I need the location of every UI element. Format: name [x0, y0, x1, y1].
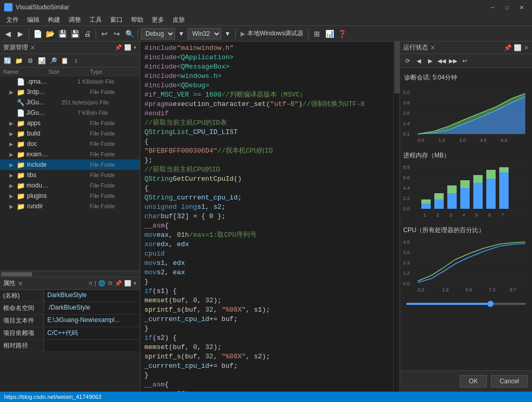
- file-tree-item[interactable]: ▶ 📁 build File Folde: [0, 128, 140, 139]
- ok-button[interactable]: OK: [460, 375, 486, 387]
- layout-button[interactable]: ⊞: [311, 28, 323, 39]
- maximize-button[interactable]: □: [501, 2, 513, 12]
- code-line: cpuid: [140, 249, 393, 259]
- run-toolbar-btn-5[interactable]: ▶▶: [448, 56, 458, 66]
- props-pin-icon[interactable]: 📌: [115, 280, 122, 287]
- nav-back-button[interactable]: ◀: [2, 28, 14, 39]
- menu-file[interactable]: 文件: [2, 15, 23, 26]
- close-button[interactable]: ✕: [515, 2, 528, 12]
- file-tree-item[interactable]: ▶ 📁 include File Folde: [0, 159, 140, 170]
- minimize-button[interactable]: ─: [486, 2, 499, 12]
- file-tree-item[interactable]: ▶ 📁 plugins File Folde: [0, 191, 140, 201]
- file-tree-item[interactable]: 📄 .qmak... 1 KB stash File: [0, 76, 140, 87]
- code-line: if (s2) {: [140, 333, 393, 343]
- pi-icon-4[interactable]: ⚙: [108, 280, 113, 287]
- pi-icon-3[interactable]: 🌐: [98, 280, 105, 287]
- file-tree-item[interactable]: ▶ 📁 doc File Folde: [0, 139, 140, 149]
- horizontal-scrollbar[interactable]: [0, 271, 140, 277]
- chart-button[interactable]: 📊: [324, 28, 335, 39]
- file-tree-item[interactable]: 📄 JiGuan... 7 KB sln File: [0, 108, 140, 118]
- code-line: memset(buf, 0, 32);: [140, 343, 393, 352]
- menu-more[interactable]: 更多: [148, 15, 168, 26]
- file-tree: Name Size Type 📄 .qmak... 1 KB stash Fil…: [0, 68, 140, 271]
- open-file-button[interactable]: 📂: [44, 28, 56, 39]
- menu-help[interactable]: 帮助: [127, 15, 148, 26]
- rm-icon-btn-7[interactable]: ↕: [71, 56, 81, 66]
- cancel-button[interactable]: Cancel: [491, 375, 528, 387]
- run-state-close-btn[interactable]: ✕: [524, 44, 529, 51]
- menu-adjust[interactable]: 调整: [64, 15, 85, 26]
- save-all-button[interactable]: 💾: [69, 28, 81, 39]
- resource-manager-pin-icon[interactable]: 📌: [115, 44, 122, 51]
- file-tree-item[interactable]: ▶ 📁 modules File Folde: [0, 180, 140, 191]
- run-state-close-icon[interactable]: ✕: [430, 44, 435, 51]
- file-tree-item[interactable]: ▶ 📁 rundir File Folde: [0, 201, 140, 211]
- props-menu-icon[interactable]: ▾: [134, 280, 137, 287]
- print-button[interactable]: 🖨: [82, 28, 93, 39]
- rm-icon-btn-2[interactable]: 📁: [14, 56, 24, 66]
- run-toolbar-btn-2[interactable]: ◀: [414, 56, 424, 66]
- properties-close-icon[interactable]: ✕: [18, 280, 23, 287]
- redo-button[interactable]: ↪: [111, 28, 123, 39]
- find-button[interactable]: 🔍: [124, 28, 135, 39]
- code-line: unsigned long s1, s2;: [140, 203, 393, 212]
- undo-button[interactable]: ↩: [99, 28, 110, 39]
- file-tree-item[interactable]: ▶ 📁 examp... File Folde: [0, 149, 140, 159]
- code-line: }: [140, 371, 393, 380]
- slider-thumb[interactable]: [487, 301, 494, 307]
- file-tree-item[interactable]: ▶ 📁 3rdparty File Folde: [0, 87, 140, 97]
- h-scroll-thumb[interactable]: [1, 272, 32, 276]
- svg-text:5.0: 5.0: [403, 90, 410, 95]
- svg-text:0.0: 0.0: [403, 281, 410, 286]
- run-toolbar-btn-6[interactable]: ↩: [459, 56, 470, 66]
- svg-text:0.2: 0.2: [418, 287, 424, 292]
- menu-bar: 文件 编辑 构建 调整 工具 窗口 帮助 更多 皮肤: [0, 15, 532, 26]
- menu-window[interactable]: 窗口: [106, 15, 127, 26]
- file-tree-item[interactable]: 🔧 JiGuan... 251 byte(s) pro File: [0, 97, 140, 108]
- new-file-button[interactable]: 📄: [32, 28, 43, 39]
- code-content[interactable]: #include "mainwindow.h"#include <QApplic…: [140, 42, 393, 392]
- debug-mode-select[interactable]: Debug: [141, 28, 175, 39]
- resource-manager-header: 资源管理 ✕ 📌 ⬜ ▾: [0, 42, 140, 54]
- svg-text:6.6: 6.6: [403, 175, 410, 180]
- props-float-icon[interactable]: ⬜: [124, 280, 131, 287]
- status-bar: https://blog.csdn.net/weixin_41749063: [0, 392, 532, 402]
- editor-scrollbar[interactable]: [393, 42, 400, 392]
- rm-icon-btn-4[interactable]: 📊: [36, 56, 47, 66]
- toolbar-separator-1: [29, 29, 29, 39]
- resource-manager-menu-icon[interactable]: ▾: [134, 44, 137, 51]
- run-state-detach-icon[interactable]: ⬜: [514, 44, 522, 51]
- code-line: memset(buf, 0, 32);: [140, 296, 393, 305]
- rm-icon-btn-3[interactable]: ⚙: [25, 56, 35, 66]
- bottom-buttons: OK Cancel: [400, 370, 532, 392]
- file-tree-item[interactable]: ▶ 📁 libs File Folde: [0, 170, 140, 180]
- slider-track[interactable]: [406, 303, 526, 305]
- resource-manager-float-icon[interactable]: ⬜: [124, 44, 131, 51]
- menu-skin[interactable]: 皮肤: [168, 15, 189, 26]
- menu-tools[interactable]: 工具: [85, 15, 106, 26]
- resource-manager-close-icon[interactable]: ✕: [30, 44, 35, 51]
- menu-build[interactable]: 构建: [44, 15, 64, 26]
- run-toolbar-btn-1[interactable]: ⟳: [402, 56, 413, 66]
- run-toolbar-btn-3[interactable]: ▶: [425, 56, 435, 66]
- menu-edit[interactable]: 编辑: [23, 15, 44, 26]
- editor-scroll-thumb[interactable]: [394, 42, 400, 93]
- right-panel: 运行状态 ✕ 📌 ⬜ ✕ ⟳ ◀ ▶ ◀◀ ▶▶ ↩ 诊断会话: 5:04分钟: [400, 42, 532, 392]
- app-icon: [4, 3, 12, 11]
- platform-select[interactable]: Win32: [188, 28, 221, 39]
- run-toolbar-btn-4[interactable]: ◀◀: [436, 56, 447, 66]
- pi-icon-2[interactable]: ∫: [95, 280, 96, 287]
- nav-forward-button[interactable]: ▶: [15, 28, 26, 39]
- run-state-pin-icon[interactable]: 📌: [504, 44, 512, 51]
- slider-row[interactable]: [403, 301, 529, 307]
- code-line: //获取当前主机CPU的ID表: [140, 118, 393, 128]
- rm-icon-btn-1[interactable]: 🔄: [2, 56, 12, 66]
- run-state-header: 运行状态 ✕ 📌 ⬜ ✕: [400, 42, 532, 54]
- help-button[interactable]: ❓: [336, 28, 348, 39]
- save-button[interactable]: 💾: [57, 28, 68, 39]
- rm-icon-btn-5[interactable]: 🔎: [48, 56, 58, 66]
- pi-icon-1[interactable]: π: [88, 280, 92, 287]
- file-tree-item[interactable]: ▶ 📁 apps File Folde: [0, 118, 140, 128]
- rm-icon-btn-6[interactable]: 📋: [59, 56, 70, 66]
- svg-text:1.2: 1.2: [403, 271, 410, 276]
